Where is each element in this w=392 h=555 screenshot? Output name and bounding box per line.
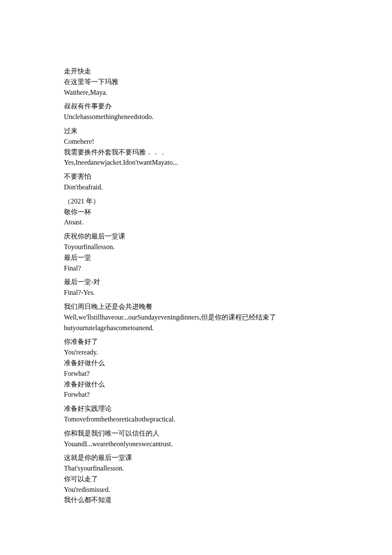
subtitle-line: 敬你一杯 bbox=[64, 207, 328, 218]
subtitle-group: 庆祝你的最后一堂课 Toyourfinallesson. 最后一堂 Final? bbox=[64, 231, 328, 273]
subtitle-line: 最后一堂-对 bbox=[64, 277, 328, 288]
subtitle-group: 不要害怕 Don'tbeafraid. bbox=[64, 171, 328, 193]
subtitle-group: 最后一堂-对 Final?-Yes. bbox=[64, 277, 328, 298]
subtitle-line: 过来 bbox=[64, 126, 328, 137]
subtitle-line: Waithere,Maya. bbox=[64, 87, 328, 98]
subtitle-line: 准备好做什么 bbox=[64, 379, 328, 390]
subtitle-group: 过来 Comehere! 我需要换件外套我不要玛雅．．． Yes,Ineedan… bbox=[64, 126, 328, 168]
subtitle-line: 我们周日晚上还是会共进晚餐 bbox=[64, 302, 328, 312]
subtitle-line: 走开快走 bbox=[64, 66, 328, 77]
subtitle-line: Final? bbox=[64, 263, 328, 274]
subtitle-line: 叔叔有件事要办 bbox=[64, 101, 328, 112]
subtitle-group: （2021 年） 敬你一杯 Atoast. bbox=[64, 196, 328, 228]
subtitle-line: Forwhat? bbox=[64, 389, 328, 400]
subtitle-group: 准备好实践理论 Tomovefromthetheoreticaltothepra… bbox=[64, 404, 328, 425]
subtitle-line: 我什么都不知道 bbox=[64, 495, 328, 506]
subtitle-line: Forwhat? bbox=[64, 369, 328, 379]
subtitle-group: 你和我是我们唯一可以信任的人 YouandI...wearetheonlyone… bbox=[64, 428, 328, 450]
subtitle-line: 最后一堂 bbox=[64, 253, 328, 263]
subtitle-group: 这就是你的最后一堂课 That'syourfinallesson. 你可以走了 … bbox=[64, 453, 328, 506]
subtitle-line: Unclehassomethingheneedstodo. bbox=[64, 112, 328, 122]
subtitle-line: 不要害怕 bbox=[64, 171, 328, 182]
subtitle-group: 走开快走 在这里等一下玛雅 Waithere,Maya. bbox=[64, 66, 328, 98]
subtitle-line: 在这里等一下玛雅 bbox=[64, 77, 328, 87]
subtitle-line: YouandI...wearetheonlyoneswecantrust. bbox=[64, 439, 328, 450]
subtitle-line: Final?-Yes. bbox=[64, 288, 328, 298]
subtitle-line: 你可以走了 bbox=[64, 474, 328, 485]
subtitle-group: 你准备好了 You'reready. 准备好做什么 Forwhat? 准备好做什… bbox=[64, 337, 328, 400]
subtitle-line: （2021 年） bbox=[64, 196, 328, 207]
subtitle-line: 你准备好了 bbox=[64, 337, 328, 347]
subtitle-line: You'redismissed. bbox=[64, 485, 328, 495]
subtitle-group: 我们周日晚上还是会共进晚餐 Well,we'llstillhaveour...o… bbox=[64, 302, 328, 333]
subtitle-line: 准备好实践理论 bbox=[64, 404, 328, 414]
subtitle-line: Atoast. bbox=[64, 217, 328, 228]
subtitle-line: Comehere! bbox=[64, 137, 328, 147]
subtitle-line: 庆祝你的最后一堂课 bbox=[64, 231, 328, 242]
subtitle-line: You'reready. bbox=[64, 347, 328, 358]
subtitle-line: Tomovefromthetheoreticaltothepractical. bbox=[64, 414, 328, 425]
subtitle-line: 这就是你的最后一堂课 bbox=[64, 453, 328, 463]
subtitle-group: 叔叔有件事要办 Unclehassomethingheneedstodo. bbox=[64, 101, 328, 122]
subtitle-line: butyourtutelagehascometoanend. bbox=[64, 323, 328, 334]
subtitle-line: Well,we'llstillhaveour...ourSundayevenin… bbox=[64, 312, 328, 323]
subtitle-line: Don'tbeafraid. bbox=[64, 182, 328, 193]
subtitle-line: 我需要换件外套我不要玛雅．．． bbox=[64, 147, 328, 158]
subtitle-line: Toyourfinallesson. bbox=[64, 242, 328, 253]
document-page: 走开快走 在这里等一下玛雅 Waithere,Maya. 叔叔有件事要办 Unc… bbox=[0, 0, 392, 548]
subtitle-line: That'syourfinallesson. bbox=[64, 463, 328, 474]
subtitle-line: Yes,Ineedanewjacket.Idon'twantMayato... bbox=[64, 157, 328, 168]
subtitle-line: 准备好做什么 bbox=[64, 358, 328, 369]
subtitle-line: 你和我是我们唯一可以信任的人 bbox=[64, 428, 328, 439]
